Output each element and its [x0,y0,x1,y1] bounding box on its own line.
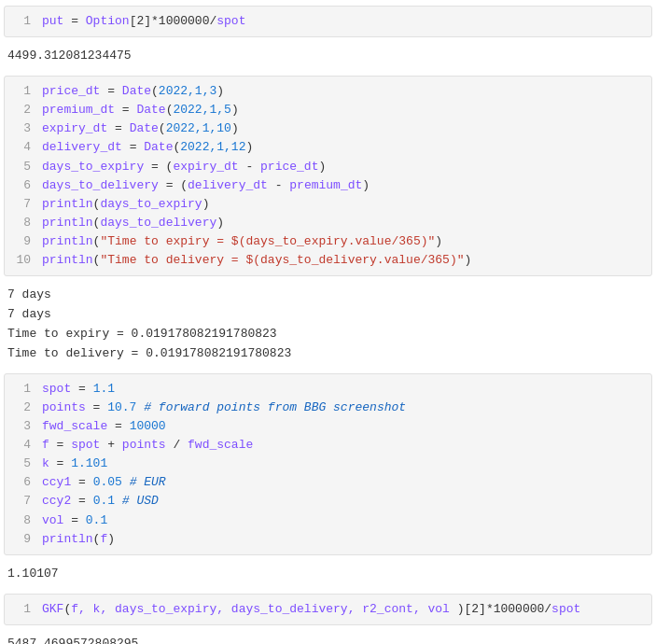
token-num: 1.101 [71,456,107,470]
token-num: 1.1 [93,382,115,396]
token-num: 10.7 [107,400,136,414]
token-op: ( [151,84,159,98]
token-num: 0.1 [86,513,107,527]
code-block-code3: 1spot = 1.12points = 10.7 # forward poin… [4,373,652,555]
token-op: ) [318,160,326,174]
token-op: = [107,121,129,135]
code-line: 1put = Option[2]*1000000/spot [5,12,651,31]
code-line: 1price_dt = Date(2022,1,3) [5,82,651,101]
token-fn: Date [136,103,165,117]
line-number: 8 [12,214,31,232]
token-op: - [239,160,260,174]
token-var: delivery_dt [42,140,122,154]
token-var: f [42,438,49,452]
code-line: 3expiry_dt = Date(2022,1,10) [5,119,651,138]
output-line: 4499.312081234475 [7,47,649,66]
output-block-out4: 5487.4699572808295 [0,631,656,644]
code-line: 10println("Time to delivery = $(days_to_… [5,251,651,270]
line-number: 6 [12,176,31,195]
line-number: 4 [12,138,31,157]
token-fn: println [42,532,93,546]
line-number: 1 [12,380,31,399]
token-var: delivery_dt [188,178,268,192]
line-number: 4 [12,436,31,455]
code-line: 7println(days_to_expiry) [5,195,651,214]
token-num: 10000 [130,419,166,433]
token-op: = [107,419,129,433]
code-block-code1: 1put = Option[2]*1000000/spot [4,6,652,37]
code-line: 6days_to_delivery = (delivery_dt - premi… [5,176,651,195]
token-op: ) [216,84,224,98]
token-cm: # EUR [122,475,166,489]
token-op: ) [362,178,370,192]
line-content: delivery_dt = Date(2022,1,12) [42,138,644,157]
line-content: days_to_expiry = (expiry_dt - price_dt) [42,158,644,176]
output-line: 5487.4699572808295 [7,635,649,644]
token-fn: Option [86,14,130,28]
line-number: 9 [12,232,31,251]
code-line: 3fwd_scale = 10000 [5,417,651,436]
token-var: spot [216,14,245,28]
token-op: ) [202,197,210,211]
token-fn: GKF [42,602,63,616]
token-var: points [42,400,86,414]
line-content: spot = 1.1 [42,380,644,399]
token-var: price_dt [42,84,100,98]
token-op: = [71,475,92,489]
token-var: put [42,14,63,28]
token-var: fwd_scale [42,419,107,433]
line-number: 2 [12,101,31,119]
token-op: ) [465,253,472,267]
token-op: = [86,400,107,414]
code-block-code2: 1price_dt = Date(2022,1,3)2premium_dt = … [4,76,652,276]
token-var: days_to_expiry [100,197,202,211]
line-content: k = 1.101 [42,455,644,473]
token-fn: Date [122,84,151,98]
token-var: ccy2 [42,494,71,508]
token-var: f, k, days_to_expiry, days_to_delivery, … [71,602,450,616]
output-line: 1.10107 [7,565,649,584]
line-number: 6 [12,473,31,492]
token-var: expiry_dt [42,121,107,135]
code-line: 7ccy2 = 0.1 # USD [5,492,651,511]
token-op: = [122,140,144,154]
line-content: premium_dt = Date(2022,1,5) [42,101,644,119]
token-cm: # USD [115,494,159,508]
line-content: println(days_to_expiry) [42,195,644,214]
token-op: - [268,178,289,192]
line-number: 10 [12,251,31,270]
token-var: fwd_scale [188,438,253,452]
token-str: "Time to delivery = $(days_to_delivery.v… [100,253,464,267]
line-number: 9 [12,530,31,549]
line-number: 3 [12,417,31,436]
line-content: ccy1 = 0.05 # EUR [42,473,644,492]
code-line: 2premium_dt = Date(2022,1,5) [5,101,651,119]
token-fn: println [42,197,93,211]
token-var: days_to_expiry [42,160,144,174]
token-op: ) [245,140,253,154]
line-number: 7 [12,492,31,511]
line-content: points = 10.7 # forward points from BBG … [42,399,644,417]
output-block-out3: 1.10107 [0,561,656,588]
token-var: vol [42,513,63,527]
token-op: ) [231,121,239,135]
token-op: )[2]*1000000/ [450,602,551,616]
token-fn: println [42,216,93,230]
token-fn: println [42,253,93,267]
token-var: premium_dt [289,178,362,192]
line-content: fwd_scale = 10000 [42,417,644,436]
token-num: 0.05 [93,475,122,489]
token-op: = [63,14,85,28]
line-number: 1 [12,82,31,101]
output-line: 7 days [7,305,649,325]
token-var: k [42,456,49,470]
token-op: + [100,438,121,452]
code-line: 1spot = 1.1 [5,380,651,399]
token-op: = [63,513,85,527]
token-var: expiry_dt [173,160,238,174]
output-line: 7 days [7,286,649,305]
line-content: price_dt = Date(2022,1,3) [42,82,644,101]
token-op: ) [231,103,239,117]
token-num: 2022,1,3 [159,84,216,98]
line-number: 7 [12,195,31,214]
